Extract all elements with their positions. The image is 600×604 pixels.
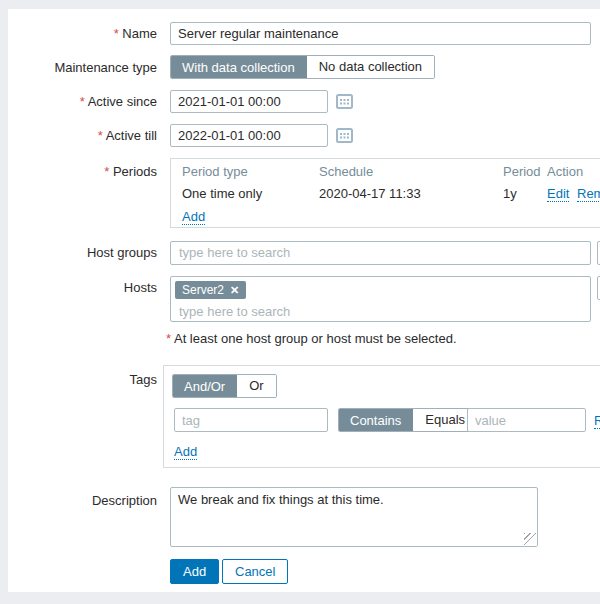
periods-col-schedule: Schedule	[319, 164, 373, 179]
hosts-placeholder: type here to search	[179, 301, 290, 323]
name-label: Name	[8, 22, 157, 45]
maintenance-type-label: Maintenance type	[8, 56, 157, 80]
active-till-calendar-button[interactable]	[333, 124, 356, 147]
active-since-label: Active since	[8, 90, 157, 113]
periods-col-period: Period	[503, 164, 541, 179]
maintenance-type-segmented: With data collection No data collection	[170, 55, 435, 79]
calendar-icon	[336, 131, 353, 146]
active-till-input[interactable]	[170, 124, 328, 147]
validation-note-text: At least one host group or host must be …	[174, 331, 457, 346]
period-length-cell: 1y	[503, 186, 517, 201]
host-chip-label: Server2	[182, 281, 224, 299]
tags-operator-or[interactable]: Or	[237, 375, 275, 397]
periods-table: Period type Schedule Period Action One t…	[170, 158, 600, 228]
host-groups-label: Host groups	[8, 241, 157, 265]
description-textarea[interactable]: We break and fix things at this time.	[170, 487, 538, 547]
hosts-label: Hosts	[8, 276, 157, 300]
host-chip: Server2	[175, 281, 246, 299]
page-background: { "colors": { "accent_blue": "#0275b8", …	[0, 0, 600, 604]
host-groups-multiselect[interactable]: type here to search	[170, 241, 591, 265]
remove-chip-icon[interactable]	[230, 281, 239, 299]
add-button[interactable]: Add	[170, 559, 219, 584]
maintenance-form: Name Maintenance type With data collecti…	[8, 9, 600, 592]
period-type-cell: One time only	[182, 186, 262, 201]
period-edit-link[interactable]: Edit	[547, 186, 569, 202]
period-schedule-cell: 2020-04-17 11:33	[319, 186, 421, 201]
tag-match-segmented: Contains Equals	[338, 408, 478, 432]
active-till-label: Active till	[8, 124, 157, 147]
name-input[interactable]	[170, 22, 591, 45]
active-since-calendar-button[interactable]	[333, 90, 356, 113]
maintenance-type-option-no-data[interactable]: No data collection	[307, 56, 434, 78]
cancel-button[interactable]: Cancel	[222, 559, 288, 584]
tag-match-contains[interactable]: Contains	[338, 408, 413, 432]
hosts-multiselect[interactable]: Server2 type here to search	[170, 276, 591, 322]
tag-remove-link[interactable]: Remove	[594, 413, 600, 429]
periods-label: Periods	[8, 160, 157, 183]
period-remove-link[interactable]: Remove	[577, 186, 600, 202]
calendar-icon	[336, 97, 353, 112]
tag-name-input[interactable]	[174, 408, 328, 432]
host-groups-placeholder: type here to search	[179, 242, 290, 264]
active-since-input[interactable]	[170, 90, 328, 113]
tags-operator-segmented: And/Or Or	[172, 374, 277, 398]
tag-add-link[interactable]: Add	[174, 444, 197, 460]
periods-col-action: Action	[547, 164, 583, 179]
tags-group: And/Or Or Contains Equals Remove Add	[163, 365, 600, 468]
period-add-link[interactable]: Add	[182, 209, 205, 225]
periods-col-period-type: Period type	[182, 164, 248, 179]
description-label: Description	[8, 489, 157, 512]
tags-label: Tags	[8, 368, 157, 391]
tag-value-input[interactable]	[467, 408, 586, 432]
tags-operator-andor[interactable]: And/Or	[172, 374, 237, 398]
validation-note: At least one host group or host must be …	[166, 331, 457, 346]
maintenance-type-option-with-data[interactable]: With data collection	[170, 55, 307, 79]
